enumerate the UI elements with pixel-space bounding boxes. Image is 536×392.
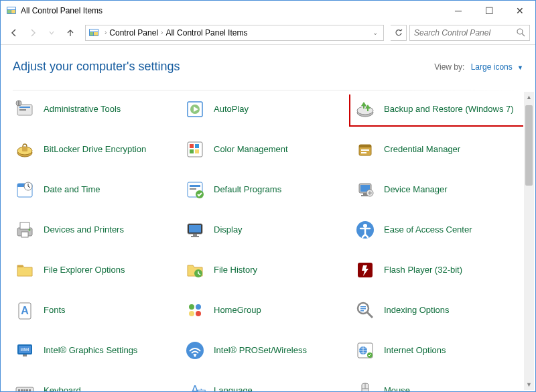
control-panel-item-admin-tools[interactable]: Administrative Tools [13, 94, 183, 124]
search-input[interactable] [414, 28, 517, 38]
address-bar[interactable]: › Control Panel › All Control Panel Item… [85, 25, 384, 41]
recent-dropdown[interactable] [44, 25, 60, 41]
control-panel-item-indexing[interactable]: Indexing Options [353, 296, 523, 325]
homegroup-icon [183, 298, 207, 322]
credential-icon [353, 137, 377, 161]
fonts-icon: A [13, 298, 37, 322]
chevron-right-icon[interactable]: › [161, 29, 163, 36]
control-panel-item-autoplay[interactable]: AutoPlay [183, 94, 353, 124]
svg-rect-12 [19, 109, 26, 111]
item-label: HomeGroup [214, 305, 261, 316]
item-label: Devices and Printers [44, 224, 124, 235]
control-panel-item-color[interactable]: Color Management [183, 135, 353, 164]
view-by-value[interactable]: Large icons [471, 62, 513, 72]
back-button[interactable] [6, 25, 22, 41]
control-panel-item-devices-printers[interactable]: Devices and Printers [13, 215, 183, 245]
control-panel-item-ease-access[interactable]: Ease of Access Center [353, 215, 523, 245]
language-icon: A字 [183, 379, 207, 391]
svg-point-19 [357, 107, 373, 115]
control-panel-item-intel-gfx[interactable]: intelIntel® Graphics Settings [13, 336, 183, 365]
item-label: Default Programs [214, 184, 281, 195]
control-panel-item-display[interactable]: Display [183, 215, 353, 245]
control-panel-item-file-explorer[interactable]: File Explorer Options [13, 255, 183, 285]
svg-text:A: A [21, 305, 29, 316]
svg-rect-7 [94, 32, 98, 36]
maximize-button[interactable]: ☐ [474, 1, 505, 21]
close-button[interactable]: ✕ [505, 1, 535, 21]
page-heading: Adjust your computer's settings [13, 60, 180, 74]
item-label: Mouse [384, 385, 410, 391]
search-icon[interactable] [517, 28, 525, 37]
chevron-right-icon[interactable]: › [105, 29, 107, 36]
item-label: Language [214, 385, 253, 391]
minimize-button[interactable]: ─ [443, 1, 474, 21]
control-panel-item-credential[interactable]: Credential Manager [353, 135, 523, 164]
datetime-icon [13, 178, 37, 202]
svg-rect-27 [195, 149, 199, 153]
window-title: All Control Panel Items [21, 6, 443, 15]
control-panel-item-mouse[interactable]: Mouse [353, 376, 523, 391]
scroll-up-button[interactable]: ▲ [524, 92, 534, 103]
control-panel-item-language[interactable]: A字Language [183, 376, 353, 391]
control-panel-icon [88, 27, 99, 38]
flash-icon [353, 258, 377, 282]
default-programs-icon [183, 178, 207, 202]
device-manager-icon [353, 178, 377, 202]
breadcrumb-item[interactable]: Control Panel [109, 28, 158, 38]
intel-wifi-icon [183, 338, 207, 363]
svg-rect-69 [360, 310, 364, 312]
svg-rect-39 [190, 188, 196, 190]
svg-point-63 [189, 311, 194, 316]
control-panel-item-internet[interactable]: Internet Options [353, 336, 523, 365]
control-panel-item-device-manager[interactable]: Device Manager [353, 175, 523, 204]
chevron-down-icon[interactable]: ▼ [517, 64, 523, 71]
scrollbar-thumb[interactable] [525, 105, 533, 186]
titlebar: All Control Panel Items ─ ☐ ✕ [1, 1, 535, 21]
control-panel-item-flash[interactable]: Flash Player (32-bit) [353, 255, 523, 285]
autoplay-icon [183, 97, 207, 121]
control-panel-item-default-programs[interactable]: Default Programs [183, 175, 353, 204]
svg-rect-47 [20, 222, 29, 229]
scroll-down-button[interactable]: ▼ [524, 379, 534, 390]
devices-printers-icon [13, 218, 37, 242]
svg-rect-82 [23, 389, 25, 391]
svg-rect-11 [19, 107, 30, 108]
svg-rect-6 [90, 32, 93, 36]
item-label: File Explorer Options [44, 265, 125, 275]
svg-rect-38 [190, 185, 200, 187]
svg-rect-25 [195, 144, 199, 148]
item-label: BitLocker Drive Encryption [44, 144, 146, 155]
svg-point-62 [196, 304, 201, 310]
svg-rect-31 [361, 152, 366, 153]
item-label: Flash Player (32-bit) [384, 265, 462, 275]
control-panel-item-fonts[interactable]: AFonts [13, 296, 183, 325]
svg-rect-84 [29, 389, 31, 391]
view-by: View by: Large icons ▼ [434, 62, 523, 72]
item-label: Intel® Graphics Settings [44, 345, 137, 356]
refresh-button[interactable] [391, 25, 407, 41]
svg-rect-1 [7, 7, 15, 9]
svg-rect-51 [189, 225, 201, 233]
up-button[interactable] [62, 25, 78, 41]
control-panel-item-datetime[interactable]: Date and Time [13, 175, 183, 204]
control-panel-item-bitlocker[interactable]: BitLocker Drive Encryption [13, 135, 183, 164]
breadcrumb-item[interactable]: All Control Panel Items [165, 28, 247, 38]
control-panel-item-file-history[interactable]: File History [183, 255, 353, 285]
indexing-icon [353, 298, 377, 322]
item-label: Keyboard [44, 385, 81, 391]
control-panel-item-keyboard[interactable]: Keyboard [13, 376, 183, 391]
control-panel-icon [6, 5, 17, 16]
control-panel-item-homegroup[interactable]: HomeGroup [183, 296, 353, 325]
forward-button[interactable] [25, 25, 41, 41]
display-icon [183, 218, 207, 242]
item-label: AutoPlay [214, 104, 249, 115]
control-panel-item-backup[interactable]: Backup and Restore (Windows 7) [349, 94, 523, 127]
vertical-scrollbar[interactable]: ▲ ▼ [524, 92, 534, 390]
search-box[interactable] [409, 25, 530, 41]
chevron-down-icon[interactable]: ⌄ [370, 29, 381, 36]
control-panel-item-intel-wifi[interactable]: Intel® PROSet/Wireless [183, 336, 353, 365]
svg-rect-22 [22, 147, 27, 151]
item-label: Color Management [214, 144, 288, 155]
svg-line-9 [522, 34, 525, 36]
item-label: File History [214, 265, 257, 275]
